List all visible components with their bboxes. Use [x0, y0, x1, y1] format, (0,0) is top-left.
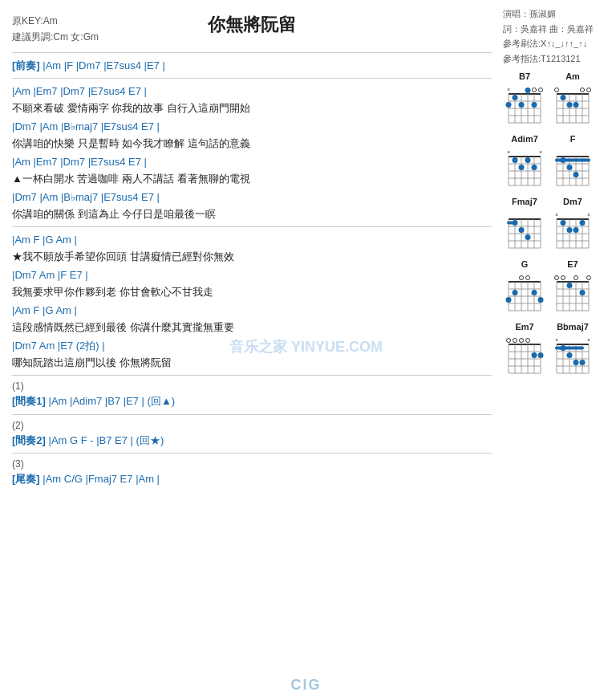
svg-point-165 [573, 360, 579, 365]
svg-point-146 [538, 352, 544, 358]
verse1-chords2: |Dm7 |Am |B♭maj7 |E7sus4 E7 | [12, 119, 492, 135]
svg-point-112 [513, 290, 518, 295]
chord-item-fmaj7: Fmaj7 [503, 197, 546, 251]
svg-point-132 [574, 275, 578, 279]
outro-section: (3) [尾奏] |Am C/G |Fmaj7 E7 |Am | [12, 458, 492, 487]
svg-point-130 [555, 275, 559, 279]
svg-point-148 [513, 338, 517, 342]
svg-point-34 [581, 88, 585, 92]
svg-point-94 [561, 220, 566, 226]
chord-diagrams: B7×AmAdim7××FFmaj7Dm7××GE7Em7Bbmaj7×× [503, 71, 606, 380]
verse1-lyrics1: 不願來看破 愛情兩字 你我的故事 自行入這崩門開始 [12, 100, 492, 116]
svg-point-48 [519, 165, 525, 170]
svg-point-13 [519, 102, 525, 108]
verse1-chords3: |Am |Em7 |Dm7 |E7sus4 E7 | [12, 154, 492, 170]
svg-text:×: × [555, 337, 558, 343]
chorus-lyrics4: 哪知阮踏出這崩門以後 你無將阮留 [12, 355, 492, 371]
svg-text:×: × [555, 212, 558, 218]
chorus-section: |Am F |G Am | ★我不願放手希望你回頭 甘講癡情已經對你無效 |Dm… [12, 232, 492, 370]
interlude2-num: (2) [12, 420, 492, 431]
chord-item-am: Am [551, 71, 594, 126]
svg-point-16 [533, 88, 537, 92]
verse1-lyrics2: 你講咱的快樂 只是暫時 如今我才瞭解 這句話的意義 [12, 136, 492, 152]
svg-point-30 [561, 95, 566, 100]
chorus-chords1: |Am F |G Am | [12, 232, 492, 248]
svg-point-133 [587, 275, 591, 279]
svg-point-97 [580, 220, 586, 226]
outro-num: (3) [12, 458, 492, 470]
svg-point-65 [561, 157, 566, 163]
svg-point-50 [532, 165, 537, 170]
prelude-chords: [前奏] |Am |F |Dm7 |E7sus4 |E7 | [12, 58, 492, 74]
brand-label: CIG [290, 677, 321, 694]
svg-point-113 [532, 290, 537, 295]
verse1-chords1: |Am |Em7 |Dm7 |E7sus4 E7 | [12, 83, 492, 100]
svg-point-14 [525, 88, 531, 93]
interlude1-chords: [間奏1] |Am |Adim7 |B7 |E7 | (回▲) [12, 393, 492, 409]
svg-point-49 [525, 157, 531, 163]
svg-point-17 [539, 88, 543, 92]
svg-point-163 [561, 345, 566, 351]
svg-point-128 [567, 283, 573, 288]
svg-point-166 [580, 360, 586, 365]
chord-item-adim7: Adim7×× [503, 134, 546, 189]
chorus-lyrics1: ★我不願放手希望你回頭 甘講癡情已經對你無效 [12, 249, 492, 265]
outro-chords: [尾奏] |Am C/G |Fmaj7 E7 |Am | [12, 471, 492, 487]
chord-item-em7: Em7 [503, 322, 546, 376]
verse1-lyrics4: 你講咱的關係 到這為止 今仔日是咱最後一瞑 [12, 206, 492, 222]
svg-point-129 [580, 290, 586, 295]
svg-point-35 [587, 88, 591, 92]
interlude2-section: (2) [間奏2] |Am G F - |B7 E7 | (回★) [12, 420, 492, 449]
svg-point-81 [519, 227, 525, 233]
svg-text:×: × [587, 212, 590, 218]
key-info: 原KEY:Am 建議男調:Cm 女:Gm [12, 13, 108, 46]
chorus-chords2: |Dm7 Am |F E7 | [12, 267, 492, 283]
chord-item-f: F [551, 134, 594, 189]
verse1-chords4: |Dm7 |Am |B♭maj7 |E7sus4 E7 | [12, 189, 492, 206]
interlude2-chords: [間奏2] |Am G F - |B7 E7 | (回★) [12, 433, 492, 449]
svg-point-111 [506, 297, 512, 303]
right-sidebar: 演唱：孫淑媚 詞：吳嘉祥 曲：吳嘉祥 參考刷法:X↑↓_↓↑↑_↑↓ 參考指法:… [500, 0, 612, 500]
svg-point-33 [555, 88, 559, 92]
svg-text:×: × [539, 149, 542, 155]
interlude1-section: (1) [間奏1] |Am |Adim7 |B7 |E7 | (回▲) [12, 381, 492, 409]
svg-point-131 [561, 275, 565, 279]
svg-point-116 [526, 275, 530, 279]
verse1-section: |Am |Em7 |Dm7 |E7sus4 E7 | 不願來看破 愛情兩字 你我… [12, 83, 492, 222]
svg-text:×: × [507, 149, 510, 155]
svg-point-95 [567, 227, 573, 233]
verse1-lyrics3: ▲一杯白開水 苦過咖啡 兩人不講話 看著無聊的電視 [12, 171, 492, 187]
chorus-lyrics3: 這段感情既然已經到最後 你講什麼其實攏無重要 [12, 319, 492, 336]
prelude-section: [前奏] |Am |F |Dm7 |E7sus4 |E7 | [12, 58, 492, 74]
chorus-chords3: |Am F |G Am | [12, 303, 492, 319]
chord-item-dm7: Dm7×× [551, 197, 594, 251]
svg-point-115 [520, 275, 524, 279]
svg-point-80 [513, 220, 518, 226]
chord-item-g: G [503, 259, 546, 314]
chorus-chords4: |Dm7 Am |E7 (2拍) | [12, 338, 492, 354]
svg-point-114 [538, 297, 544, 303]
svg-point-12 [513, 95, 518, 100]
svg-point-147 [507, 338, 511, 342]
chorus-lyrics2: 我無要求甲你作夥到老 你甘會軟心不甘我走 [12, 284, 492, 300]
svg-point-32 [573, 102, 579, 108]
svg-text:×: × [507, 87, 510, 92]
svg-point-145 [532, 352, 537, 358]
meta-info: 演唱：孫淑媚 詞：吳嘉祥 曲：吳嘉祥 參考刷法:X↑↓_↓↑↑_↑↓ 參考指法:… [503, 6, 606, 67]
svg-point-11 [506, 102, 512, 108]
svg-point-150 [526, 338, 530, 342]
interlude1-num: (1) [12, 381, 492, 392]
svg-point-164 [567, 352, 573, 358]
chord-item-b7: B7× [503, 71, 546, 126]
song-title: 你無將阮留 [108, 8, 395, 37]
svg-point-67 [573, 172, 579, 177]
chord-item-bbmaj7: Bbmaj7×× [551, 322, 594, 376]
chord-item-e7: E7 [551, 259, 594, 314]
svg-point-82 [525, 234, 531, 240]
svg-point-15 [532, 102, 537, 108]
svg-point-66 [567, 165, 573, 170]
svg-point-31 [567, 102, 573, 108]
svg-point-47 [513, 157, 518, 163]
svg-text:×: × [587, 337, 590, 343]
svg-point-96 [573, 227, 579, 233]
